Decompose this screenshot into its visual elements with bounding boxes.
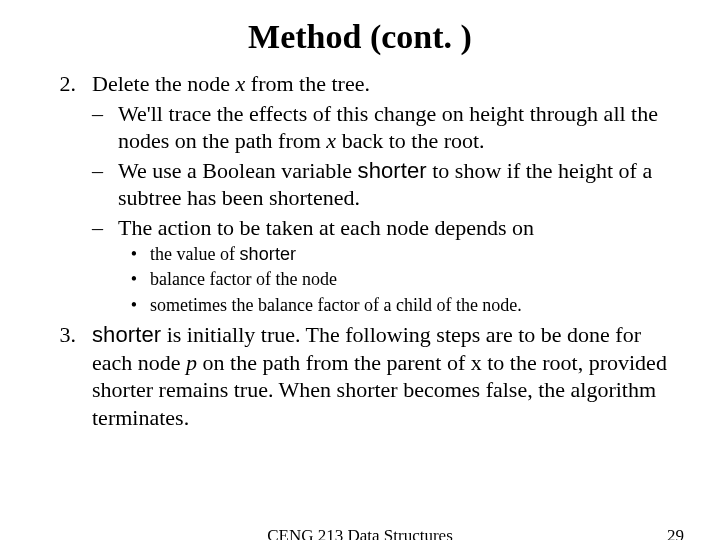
code-shorter: shorter — [239, 244, 296, 264]
list-item-3: 3. shorter is initially true. The follow… — [36, 321, 684, 431]
var-x: x — [236, 71, 246, 96]
var-p: p — [186, 350, 197, 375]
dot-bullet: • — [118, 243, 150, 266]
subitem: – We use a Boolean variable shorter to s… — [92, 157, 684, 212]
text: the value of shorter — [150, 243, 296, 266]
sub-subitem: • the value of shorter — [118, 243, 534, 266]
text: from the tree. — [245, 71, 370, 96]
text: sometimes the balance factor of a child … — [150, 294, 522, 317]
list-item-2: 2. Delete the node x from the tree. – We… — [36, 70, 684, 317]
subitem-text: We'll trace the effects of this change o… — [118, 100, 684, 155]
item-body: shorter is initially true. The following… — [92, 321, 684, 431]
text: The action to be taken at each node depe… — [118, 215, 534, 240]
text: back to the root. — [336, 128, 484, 153]
dash-bullet: – — [92, 157, 118, 212]
slide-content: Method (cont. ) 2. Delete the node x fro… — [0, 0, 720, 431]
page-number: 29 — [667, 526, 684, 540]
text: Delete the node — [92, 71, 236, 96]
code-shorter: shorter — [92, 322, 161, 347]
dot-bullet: • — [118, 268, 150, 291]
sub-subitem: • sometimes the balance factor of a chil… — [118, 294, 534, 317]
item-number: 3. — [36, 321, 92, 431]
item-body: Delete the node x from the tree. – We'll… — [92, 70, 684, 317]
text: We use a Boolean variable — [118, 158, 358, 183]
dash-bullet: – — [92, 214, 118, 318]
text: the value of — [150, 244, 239, 264]
subitem-text: We use a Boolean variable shorter to sho… — [118, 157, 684, 212]
dash-bullet: – — [92, 100, 118, 155]
sub-subitem: • balance factor of the node — [118, 268, 534, 291]
subitem: – We'll trace the effects of this change… — [92, 100, 684, 155]
subitem-text: The action to be taken at each node depe… — [118, 214, 534, 318]
slide-title: Method (cont. ) — [36, 18, 684, 56]
var-x: x — [326, 128, 336, 153]
subitem: – The action to be taken at each node de… — [92, 214, 684, 318]
dot-bullet: • — [118, 294, 150, 317]
code-shorter: shorter — [358, 158, 427, 183]
item-number: 2. — [36, 70, 92, 317]
text: balance factor of the node — [150, 268, 337, 291]
footer-course: CENG 213 Data Structures — [0, 526, 720, 540]
